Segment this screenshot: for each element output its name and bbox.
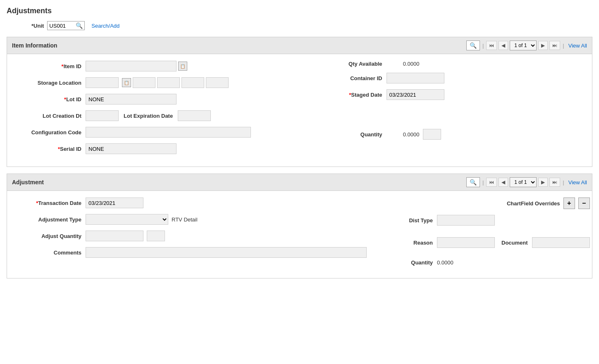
storage-lookup-icon[interactable]: 📋 [122,78,131,87]
item-information-header: Item Information 🔍 | ⏮ ◀ 1 of 1 ▶ ⏭ | Vi… [7,37,592,54]
staged-date-row: *Staged Date [316,89,584,100]
quantity-input[interactable] [423,129,441,140]
item-info-right: Qty Available 0.0000 Container ID *Stage… [300,61,584,160]
lot-creation-label: Lot Creation Dt [15,113,81,119]
adj-view-all[interactable]: View All [568,179,587,186]
transaction-date-input[interactable] [86,197,143,208]
adjustment-section: Adjustment 🔍 | ⏮ ◀ 1 of 1 ▶ ⏭ | View All… [7,174,592,278]
comments-input[interactable] [86,247,367,258]
config-code-input[interactable] [86,127,251,138]
qty-available-row: Qty Available 0.0000 [316,61,584,67]
adj-right: ChartField Overrides + − Dist Type Reaso… [383,197,590,271]
storage-loc-1[interactable] [86,77,119,88]
reason-label: Reason [400,240,433,246]
nav-sep-2: | [563,43,564,49]
adj-nav-controls: 🔍 | ⏮ ◀ 1 of 1 ▶ ⏭ | View All [466,177,587,187]
unit-row: *Unit 🔍 Search/Add [31,21,592,30]
transaction-date-label: *Transaction Date [15,200,81,206]
comments-label: Comments [15,250,81,256]
unit-input[interactable] [49,23,74,29]
qty-available-label: Qty Available [316,61,382,67]
item-info-grid: *Item ID 📋 Storage Location 📋 [15,61,584,160]
config-code-row: Configuration Code [15,127,283,138]
item-info-view-all[interactable]: View All [568,43,587,49]
adjust-quantity-input[interactable] [86,231,143,241]
document-label: Document [501,240,528,246]
adj-prev-btn[interactable]: ◀ [499,178,508,187]
serial-id-row: *Serial ID [15,143,283,154]
item-info-first-btn[interactable]: ⏮ [486,41,497,50]
item-info-page-select[interactable]: 1 of 1 [510,40,537,50]
container-id-row: Container ID [316,73,584,83]
adj-left: *Transaction Date Adjustment Type RTV De… [15,197,383,271]
search-add-link[interactable]: Search/Add [91,23,119,29]
serial-id-label: *Serial ID [15,146,81,152]
storage-loc-2[interactable] [133,77,155,88]
item-info-last-btn[interactable]: ⏭ [549,41,560,50]
item-information-title: Item Information [12,42,466,49]
reason-input[interactable] [437,237,495,248]
item-info-left: *Item ID 📋 Storage Location 📋 [15,61,300,160]
adj-next-btn[interactable]: ▶ [538,178,548,187]
adj-last-btn[interactable]: ⏭ [549,178,560,187]
chartfield-minus-btn[interactable]: − [578,197,590,209]
adj-page-select[interactable]: 1 of 1 [510,177,537,187]
nav-sep-1: | [482,43,484,49]
container-id-input[interactable] [387,73,444,83]
unit-search-icon[interactable]: 🔍 [76,22,83,29]
item-information-body: *Item ID 📋 Storage Location 📋 [7,54,592,167]
item-id-lookup-icon[interactable]: 📋 [178,62,187,71]
quantity-label: Quantity [316,131,382,138]
adj-first-btn[interactable]: ⏮ [486,178,497,187]
config-code-label: Configuration Code [15,129,81,136]
item-info-next-btn[interactable]: ▶ [538,41,548,50]
chartfield-plus-btn[interactable]: + [563,197,575,209]
adj-quantity-label: Quantity [400,259,433,266]
chartfield-overrides-label: ChartField Overrides [507,200,560,207]
qty-available-value: 0.0000 [387,61,420,67]
storage-location-inputs: 📋 [86,77,229,88]
lot-dates-row: Lot Creation Dt Lot Expiration Date [15,110,283,121]
unit-input-wrap: 🔍 [47,21,85,30]
spacer-1 [316,106,584,117]
storage-loc-5[interactable] [206,77,229,88]
transaction-date-row: *Transaction Date [15,197,367,208]
staged-date-label: *Staged Date [316,92,382,98]
lot-id-input[interactable] [86,94,177,105]
item-information-section: Item Information 🔍 | ⏮ ◀ 1 of 1 ▶ ⏭ | Vi… [7,37,592,167]
lot-id-label: *Lot ID [15,96,81,102]
adjustment-header: Adjustment 🔍 | ⏮ ◀ 1 of 1 ▶ ⏭ | View All [7,174,592,191]
storage-loc-3[interactable] [157,77,180,88]
item-id-label: *Item ID [15,63,81,69]
item-info-prev-btn[interactable]: ◀ [499,41,508,50]
adj-search-btn[interactable]: 🔍 [466,177,480,187]
quantity-value: 0.0000 [387,131,420,138]
reason-document-row: Reason Document [400,237,590,248]
lot-expiration-input[interactable] [178,110,211,121]
adjust-quantity-secondary[interactable] [147,231,165,241]
item-info-search-btn[interactable]: 🔍 [466,40,480,50]
lot-id-row: *Lot ID [15,94,283,105]
adjustment-type-select[interactable] [86,214,168,225]
adjustment-title: Adjustment [12,179,466,186]
item-info-nav-controls: 🔍 | ⏮ ◀ 1 of 1 ▶ ⏭ | View All [466,40,587,50]
adjust-quantity-label: Adjust Quantity [15,233,81,239]
storage-location-label: Storage Location [15,80,81,86]
chartfield-overrides-row: ChartField Overrides + − [400,197,590,209]
unit-label: *Unit [31,23,44,29]
storage-loc-4[interactable] [181,77,204,88]
adj-nav-sep-1: | [482,179,484,186]
document-input[interactable] [532,237,590,248]
storage-location-row: Storage Location 📋 [15,77,283,88]
item-id-input[interactable] [86,61,177,71]
serial-id-input[interactable] [86,143,177,154]
dist-type-row: Dist Type [400,215,590,226]
adjustment-type-row: Adjustment Type RTV Detail [15,214,367,225]
lot-creation-input[interactable] [86,110,119,121]
item-id-row: *Item ID 📋 [15,61,283,71]
dist-type-input[interactable] [437,215,495,226]
container-id-label: Container ID [316,75,382,81]
spacer-2 [316,117,584,129]
rtv-detail-label: RTV Detail [172,216,198,223]
staged-date-input[interactable] [387,89,444,100]
